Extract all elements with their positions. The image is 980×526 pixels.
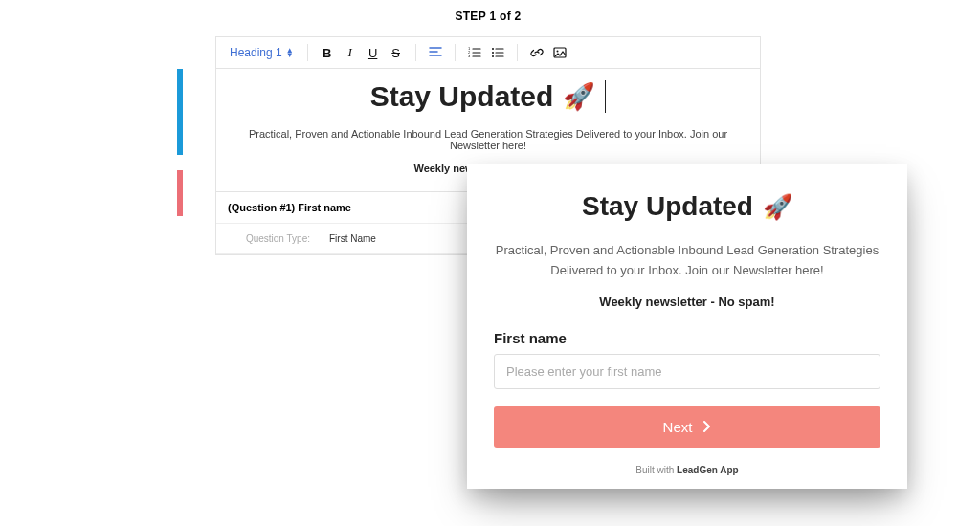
step-indicator: STEP 1 of 2	[215, 0, 761, 36]
first-name-label: First name	[494, 330, 880, 346]
svg-point-7	[556, 51, 558, 53]
toolbar-divider	[517, 44, 518, 61]
bold-button[interactable]: B	[318, 43, 337, 62]
preview-subtext: Weekly newsletter - No spam!	[494, 295, 880, 309]
section-marker-pink	[177, 170, 183, 216]
first-name-input[interactable]	[494, 354, 880, 389]
link-button[interactable]	[527, 43, 546, 62]
svg-point-3	[492, 48, 494, 50]
footer-brand: LeadGen App	[677, 465, 739, 475]
section-marker-blue	[177, 69, 183, 155]
editor-heading: Stay Updated 🚀	[370, 80, 607, 113]
heading-dropdown[interactable]: Heading 1 ▲▼	[226, 44, 298, 61]
preview-panel: Stay Updated 🚀 Practical, Proven and Act…	[467, 164, 907, 489]
toolbar-divider	[307, 44, 308, 61]
next-button-label: Next	[663, 419, 693, 435]
footer-prefix: Built with	[635, 465, 677, 475]
preview-title-text: Stay Updated	[582, 191, 753, 222]
question-type-value: First Name	[329, 233, 376, 244]
align-button[interactable]	[426, 43, 445, 62]
ordered-list-button[interactable]: 123	[465, 43, 484, 62]
next-button[interactable]: Next	[494, 406, 880, 448]
preview-description: Practical, Proven and Actionable Inbound…	[494, 241, 880, 281]
text-cursor	[605, 80, 606, 113]
footer-credit: Built with LeadGen App	[494, 465, 880, 475]
chevron-right-icon	[703, 421, 711, 432]
svg-text:3: 3	[468, 54, 471, 58]
heading-dropdown-label: Heading 1	[230, 46, 282, 59]
toolbar-divider	[455, 44, 456, 61]
svg-point-5	[492, 55, 494, 57]
dropdown-arrows-icon: ▲▼	[286, 48, 294, 57]
preview-heading: Stay Updated 🚀	[494, 191, 880, 222]
editor-description: Practical, Proven and Actionable Inbound…	[245, 128, 731, 151]
underline-button[interactable]: U	[364, 43, 383, 62]
question-type-label: Question Type:	[232, 233, 318, 244]
rich-text-toolbar: Heading 1 ▲▼ B I U S 123	[215, 36, 761, 69]
strikethrough-button[interactable]: S	[387, 43, 406, 62]
italic-button[interactable]: I	[341, 43, 360, 62]
svg-point-4	[492, 52, 494, 54]
toolbar-divider	[415, 44, 416, 61]
editor-title-text: Stay Updated	[370, 80, 554, 113]
image-button[interactable]	[550, 43, 569, 62]
rocket-icon: 🚀	[563, 81, 595, 112]
unordered-list-button[interactable]	[488, 43, 507, 62]
rocket-icon: 🚀	[763, 193, 792, 221]
